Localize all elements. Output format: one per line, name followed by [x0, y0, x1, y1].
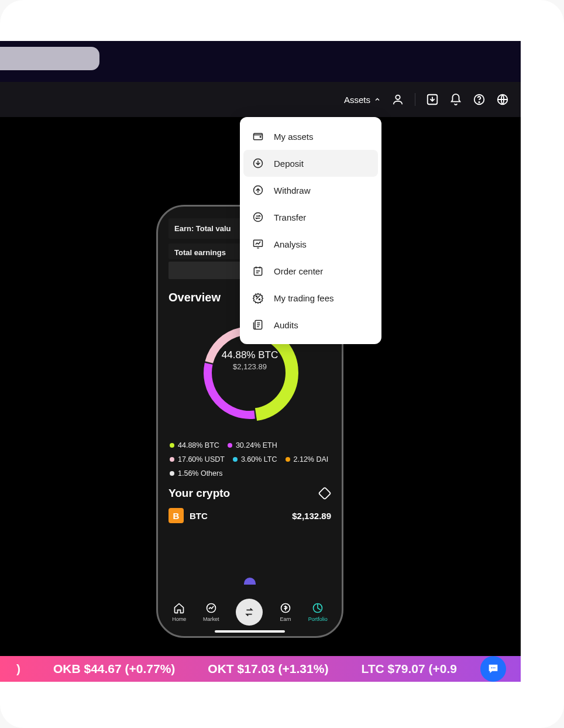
dropdown-item-order-center[interactable]: Order center [243, 257, 378, 284]
download-icon[interactable] [426, 93, 439, 106]
deposit-icon [252, 157, 264, 170]
tab-portfolio[interactable]: Portfolio [308, 602, 328, 622]
analysis-icon [252, 238, 264, 250]
assets-label: Assets [344, 95, 370, 105]
svg-point-0 [396, 95, 400, 99]
placeholder-pill [0, 47, 99, 70]
btc-badge: B [168, 508, 184, 523]
earn-icon [280, 602, 291, 614]
transfer-icon [252, 211, 264, 224]
wallet-icon [252, 130, 264, 143]
bell-icon[interactable] [449, 93, 462, 106]
svg-point-11 [260, 136, 261, 138]
withdraw-icon [252, 184, 264, 197]
ticker-item: OKB $44.67 (+0.77%) [53, 662, 175, 676]
home-icon [173, 602, 185, 614]
svg-point-21 [493, 667, 494, 668]
page-card: Assets [0, 0, 564, 728]
tab-earn[interactable]: Earn [280, 602, 291, 622]
dropdown-item-label: Withdraw [274, 186, 311, 195]
sort-icon[interactable] [318, 487, 331, 500]
assets-dropdown: My assetsDepositWithdrawTransferAnalysis… [240, 117, 381, 344]
svg-point-17 [256, 296, 257, 297]
dropdown-item-label: Deposit [274, 159, 304, 169]
dropdown-item-label: My trading fees [274, 293, 334, 303]
dropdown-item-label: Transfer [274, 212, 306, 222]
legend-item: 1.56% Others [170, 469, 222, 478]
crypto-row-btc[interactable]: B BTC $2,132.89 [168, 508, 331, 523]
globe-icon[interactable] [496, 93, 509, 106]
home-indicator [215, 630, 285, 633]
dropdown-item-label: Analysis [274, 239, 307, 249]
price-ticker: )OKB $44.67 (+0.77%)OKT $17.03 (+1.31%)L… [0, 656, 521, 682]
ticker-item: OKT $17.03 (+1.31%) [208, 662, 328, 676]
order-icon [252, 265, 264, 277]
crypto-value: $2,132.89 [292, 511, 331, 521]
legend-item: 2.12% DAI [286, 455, 329, 463]
market-icon [205, 602, 217, 614]
donut-center-label: 44.88% BTC $2,123.89 [194, 349, 305, 371]
app-viewport: Assets [0, 41, 521, 682]
phone-tabbar: Home Market Earn [158, 599, 342, 626]
ticker-item: ) [16, 662, 20, 676]
dropdown-item-label: Order center [274, 266, 323, 276]
crypto-symbol: BTC [190, 511, 208, 521]
dropdown-item-transfer[interactable]: Transfer [243, 204, 378, 231]
chevron-up-icon [374, 96, 381, 103]
svg-point-14 [254, 213, 263, 222]
svg-rect-16 [254, 267, 262, 275]
help-icon[interactable] [473, 93, 486, 106]
swap-icon [243, 606, 256, 619]
ticker-item: LTC $79.07 (+0.9 [361, 662, 457, 676]
legend-item: 44.88% BTC [170, 441, 219, 449]
main-content: Earn: Total valu Total earnings Overview… [0, 117, 521, 682]
dropdown-item-my-assets[interactable]: My assets [243, 123, 378, 150]
window-titlebar [0, 41, 521, 82]
top-toolbar: Assets [0, 82, 521, 117]
dropdown-item-deposit[interactable]: Deposit [243, 150, 378, 177]
assets-menu-trigger[interactable]: Assets [344, 95, 381, 105]
legend-item: 30.24% ETH [228, 441, 277, 449]
dropdown-item-label: My assets [274, 132, 314, 142]
svg-point-3 [479, 102, 479, 102]
dropdown-item-my-trading-fees[interactable]: My trading fees [243, 284, 378, 311]
toolbar-divider [415, 93, 415, 106]
dropdown-item-withdraw[interactable]: Withdraw [243, 177, 378, 204]
tab-trade[interactable] [236, 599, 263, 626]
legend-item: 3.60% LTC [233, 455, 277, 463]
svg-rect-6 [319, 487, 331, 500]
legend-item: 17.60% USDT [170, 455, 225, 463]
audits-icon [252, 318, 264, 331]
svg-point-20 [491, 667, 492, 668]
donut-legend: 44.88% BTC30.24% ETH17.60% USDT3.60% LTC… [168, 439, 331, 487]
dropdown-item-audits[interactable]: Audits [243, 311, 378, 338]
tab-market[interactable]: Market [203, 602, 219, 622]
dropdown-item-label: Audits [274, 320, 298, 330]
chat-icon [487, 662, 500, 675]
chat-button[interactable] [480, 656, 506, 682]
purple-indicator [244, 578, 256, 585]
profile-icon[interactable] [391, 93, 404, 106]
dropdown-item-analysis[interactable]: Analysis [243, 231, 378, 257]
your-crypto-title: Your crypto [168, 487, 230, 500]
portfolio-icon [312, 602, 324, 614]
svg-point-22 [494, 667, 496, 668]
tab-home[interactable]: Home [172, 602, 186, 622]
fees-icon [252, 291, 264, 304]
svg-point-18 [259, 299, 260, 300]
